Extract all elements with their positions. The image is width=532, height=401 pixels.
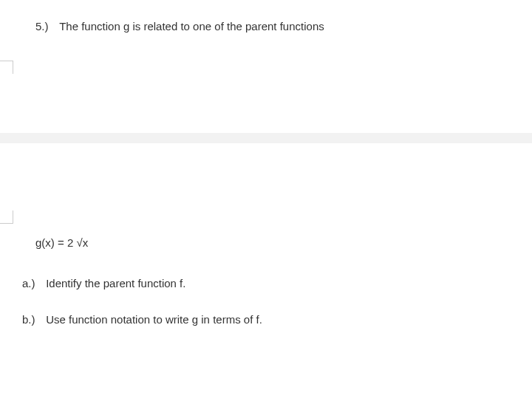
question-prompt: The function g is related to one of the … [59,18,324,35]
question-5: 5.) The function g is related to one of … [35,18,532,35]
part-a-label: a.) [22,275,43,292]
question-section-top: 5.) The function g is related to one of … [0,0,532,133]
crop-mark-top [0,61,13,74]
part-a: a.) Identify the parent function f. [22,275,517,292]
section-divider [0,133,532,143]
part-b: b.) Use function notation to write g in … [22,312,517,329]
part-b-text: Use function notation to write g in term… [46,312,262,329]
question-number: 5.) [35,18,56,35]
equation-line: g(x) = 2 √x [35,236,517,249]
crop-mark-bottom [0,210,13,224]
question-section-bottom: g(x) = 2 √x a.) Identify the parent func… [0,236,532,328]
part-a-text: Identify the parent function f. [46,275,185,292]
part-b-label: b.) [22,312,43,329]
